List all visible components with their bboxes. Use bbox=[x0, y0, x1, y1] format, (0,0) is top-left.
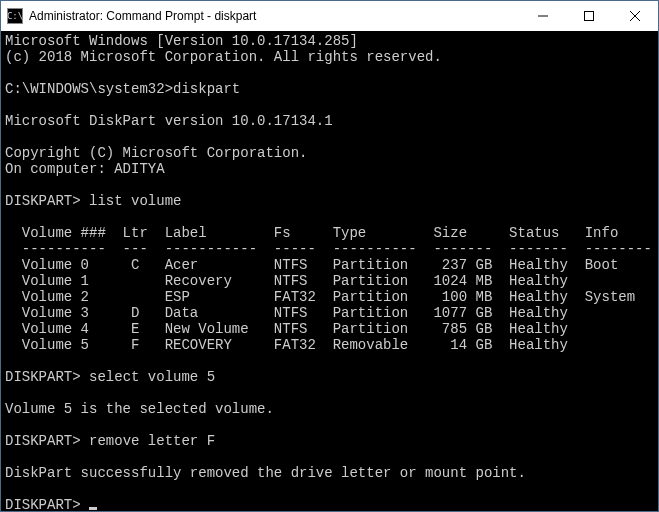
window-controls bbox=[520, 1, 658, 31]
window-title: Administrator: Command Prompt - diskpart bbox=[29, 9, 520, 23]
svg-rect-1 bbox=[585, 12, 594, 21]
diskpart-prompt: DISKPART> bbox=[5, 433, 81, 449]
cmd-icon: C:\ bbox=[7, 8, 23, 24]
remove-response: DiskPart successfully removed the drive … bbox=[5, 465, 526, 481]
shell-prompt: C:\WINDOWS\system32> bbox=[5, 81, 173, 97]
command-diskpart: diskpart bbox=[173, 81, 240, 97]
diskpart-version: Microsoft DiskPart version 10.0.17134.1 bbox=[5, 113, 333, 129]
diskpart-prompt: DISKPART> bbox=[5, 193, 81, 209]
terminal-output[interactable]: Microsoft Windows [Version 10.0.17134.28… bbox=[1, 31, 658, 511]
diskpart-prompt: DISKPART> bbox=[5, 369, 81, 385]
select-response: Volume 5 is the selected volume. bbox=[5, 401, 274, 417]
volume-table: Volume ### Ltr Label Fs Type Size Status… bbox=[5, 225, 652, 353]
os-version-line: Microsoft Windows [Version 10.0.17134.28… bbox=[5, 33, 358, 49]
computer-name-line: On computer: ADITYA bbox=[5, 161, 165, 177]
command-select-volume: select volume 5 bbox=[89, 369, 215, 385]
os-copyright-line: (c) 2018 Microsoft Corporation. All righ… bbox=[5, 49, 442, 65]
maximize-button[interactable] bbox=[566, 1, 612, 31]
diskpart-prompt: DISKPART> bbox=[5, 497, 81, 511]
command-remove-letter: remove letter F bbox=[89, 433, 215, 449]
close-button[interactable] bbox=[612, 1, 658, 31]
command-list-volume: list volume bbox=[89, 193, 181, 209]
cursor bbox=[89, 507, 97, 510]
minimize-button[interactable] bbox=[520, 1, 566, 31]
diskpart-copyright: Copyright (C) Microsoft Corporation. bbox=[5, 145, 307, 161]
window-titlebar: C:\ Administrator: Command Prompt - disk… bbox=[1, 1, 658, 31]
